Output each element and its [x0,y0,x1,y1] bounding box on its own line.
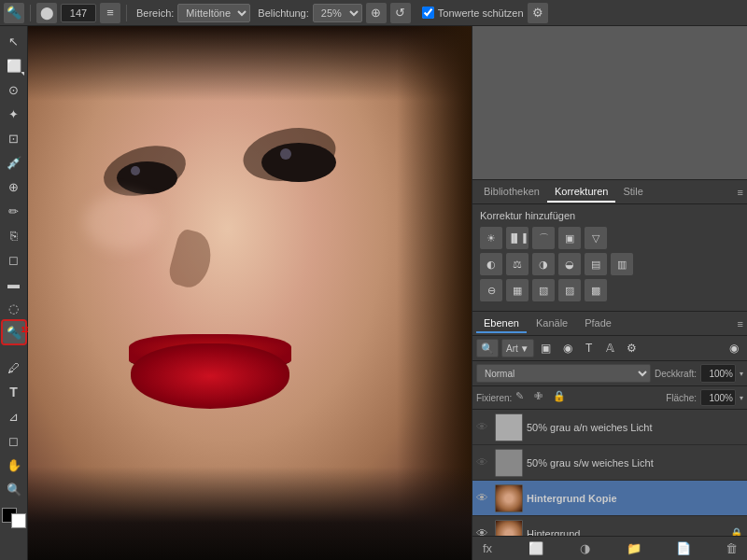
shape-btn[interactable]: ◻ [3,429,25,452]
korr-threshold-icon[interactable]: ▧ [532,279,555,301]
new-adjustment-btn[interactable]: ◑ [576,541,595,555]
korr-invert-icon[interactable]: ⊖ [480,279,502,301]
tool-arrow [21,72,24,76]
tab-pfade[interactable]: Pfade [577,315,619,333]
heal-icon: ⊕ [8,180,19,194]
layer-icon-btn-2[interactable]: ◉ [558,339,577,357]
tab-kanaele[interactable]: Kanäle [529,315,575,333]
text-btn[interactable]: T [3,381,25,403]
korr-posterize-icon[interactable]: ▦ [506,279,529,301]
brush-size-input[interactable]: 147 [61,4,96,22]
korr-colorbalance-icon[interactable]: ⚖ [506,253,529,275]
layer-item[interactable]: 👁 Hintergrund Kopie [472,481,747,516]
tab-stile[interactable]: Stile [615,182,650,203]
magic-wand-btn[interactable]: ✦ [3,103,25,125]
layer-name: Hintergrund Kopie [527,493,743,504]
korr-vibrance-icon[interactable]: ▽ [585,227,607,249]
layer-filter-dropdown[interactable]: Art ▼ [501,339,534,357]
brush-size-icon[interactable]: ⬤ [36,3,57,23]
blend-mode-dropdown[interactable]: Normal Multiplizieren Weiches Licht [476,364,651,383]
tab-ebenen[interactable]: Ebenen [476,315,527,333]
reset-icon[interactable]: ↺ [390,3,411,23]
crop-btn[interactable]: ⊡ [3,127,25,149]
korr-gradientmap-icon[interactable]: ▨ [558,279,581,301]
heal-btn[interactable]: ⊕ [3,175,25,198]
magic-wand-icon: ✦ [8,107,19,121]
hand-btn[interactable]: ✋ [3,454,25,476]
korr-levels-icon[interactable]: ▐▌▐ [506,227,529,249]
path-select-btn[interactable]: ⊿ [3,405,25,427]
brush-icon: ✏ [8,204,19,218]
flaeche-arrow[interactable]: ▾ [740,394,743,402]
panel-collapse-btn[interactable]: ≡ [738,187,743,198]
zoom-icon: 🔍 [7,483,21,497]
flaeche-input[interactable]: 100% [700,389,736,406]
new-group-btn[interactable]: 📁 [625,541,643,555]
color-swatches[interactable] [2,508,26,528]
spray-icon[interactable]: ⊕ [366,3,387,23]
tab-korrekturen[interactable]: Korrekturen [547,182,615,203]
layer-filter-toggle[interactable]: ◉ [725,339,743,357]
panel-top-placeholder [472,26,747,180]
layer-thumb-content [496,450,522,476]
bereich-dropdown[interactable]: Mitteltöne Lichter Tiefen [177,4,250,22]
layer-item[interactable]: 👁 50% grau s/w weiches Licht [472,445,747,481]
opacity-input[interactable]: 100% [700,364,736,383]
tonwerte-checkbox[interactable] [422,7,434,19]
layer-icon-btn-t[interactable]: T [580,339,599,357]
korr-photofilter-icon[interactable]: ◒ [558,253,581,275]
korr-exposure-icon[interactable]: ▣ [558,227,581,249]
pen-btn[interactable]: 🖊 [3,357,25,379]
belichtung-label: Belichtung: [258,7,308,19]
dropdown-arrow: ▼ [520,343,529,354]
gradient-btn[interactable]: ▬ [3,273,25,295]
layer-item[interactable]: 👁 Hintergrund 🔒 [472,516,747,536]
layer-item[interactable]: 👁 50% grau a/n weiches Licht [472,410,747,445]
add-mask-btn[interactable]: ⬜ [527,541,545,555]
blur-btn[interactable]: ◌ [3,297,25,319]
cheek-highlight [84,194,159,250]
layer-visibility-toggle[interactable]: 👁 [476,420,491,435]
lasso-icon: ⊙ [8,83,19,97]
clone-btn[interactable]: ⎘ [3,224,25,246]
eraser-btn[interactable]: ◻ [3,248,25,271]
korr-selectivecolor-icon[interactable]: ▩ [585,279,607,301]
lock-move-icon[interactable]: ✙ [534,390,549,405]
background-color[interactable] [11,513,26,528]
add-style-btn[interactable]: fx [478,541,497,555]
new-layer-btn[interactable]: 📄 [674,541,693,555]
layer-search-icon[interactable]: 🔍 [476,339,499,357]
fixieren-row: Fixieren: ✎ ✙ 🔒 Fläche: 100% ▾ [472,386,747,410]
eyedropper-btn[interactable]: 💉 [3,151,25,174]
brush-btn[interactable]: ✏ [3,200,25,222]
lasso-btn[interactable]: ⊙ [3,78,25,101]
delete-layer-btn[interactable]: 🗑 [723,541,741,555]
layer-visibility-toggle[interactable]: 👁 [476,491,491,506]
tab-bibliotheken[interactable]: Bibliotheken [476,182,547,203]
move-tool-btn[interactable]: ↖ [3,30,25,52]
korr-bw-icon[interactable]: ◑ [532,253,555,275]
rect-select-btn[interactable]: ⬜ [3,54,25,77]
settings-icon[interactable]: ⚙ [528,3,548,23]
lock-artboard-icon[interactable]: 🔒 [553,390,568,405]
tonwerte-checkbox-label[interactable]: Tonwerte schützen [422,7,524,19]
brush-options-icon[interactable]: ≡ [100,3,120,23]
layer-icon-btn-filter[interactable]: ⚙ [623,339,641,357]
canvas-area[interactable] [28,26,472,560]
korr-colorlookup-icon[interactable]: ▥ [611,253,633,275]
korr-brightness-icon[interactable]: ☀ [480,227,502,249]
layer-visibility-toggle[interactable]: 👁 [476,526,491,537]
korr-hsl-icon[interactable]: ◐ [480,253,502,275]
opacity-arrow[interactable]: ▾ [740,370,743,378]
zoom-btn[interactable]: 🔍 [3,478,25,500]
layer-visibility-toggle[interactable]: 👁 [476,455,491,470]
layer-icon-btn-a[interactable]: 𝔸 [601,339,620,357]
fixieren-label: Fixieren: [476,393,512,403]
dodge-tool-icon[interactable]: 🔦 [4,3,24,23]
layer-icon-btn-1[interactable]: ▣ [537,339,556,357]
belichtung-dropdown[interactable]: 25% [313,4,362,22]
lock-position-icon[interactable]: ✎ [515,390,530,405]
korr-channelmixer-icon[interactable]: ▤ [585,253,607,275]
korr-curves-icon[interactable]: ⌒ [532,227,555,249]
layers-collapse-btn[interactable]: ≡ [738,318,743,329]
